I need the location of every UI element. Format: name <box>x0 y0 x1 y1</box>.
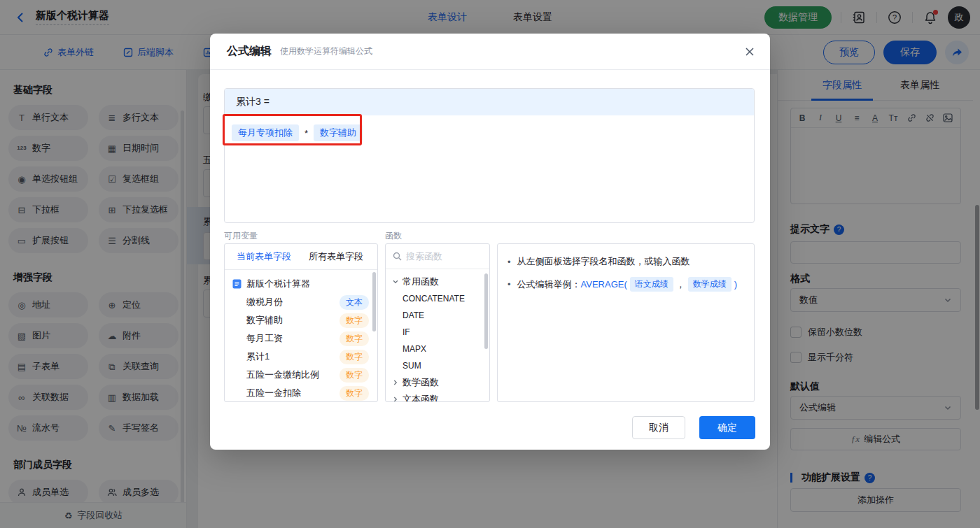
type-badge-number: 数字 <box>340 350 369 364</box>
modal-header: 公式编辑 使用数学运算符编辑公式 <box>210 34 770 70</box>
help-text: 从左侧面板选择字段名和函数，或输入函数 <box>517 255 690 268</box>
variables-section-label: 可用变量 <box>224 230 258 242</box>
help-example-close-paren: ) <box>734 279 737 290</box>
help-example-comma: ， <box>676 278 685 291</box>
variable-item[interactable]: 缴税月份文本 <box>225 293 377 311</box>
modal-subtitle: 使用数学运算符编辑公式 <box>280 45 372 57</box>
variable-item[interactable]: 五险一金扣除数字 <box>225 384 377 402</box>
function-group-math[interactable]: 数学函数 <box>386 374 489 391</box>
function-group-common[interactable]: 常用函数 <box>386 273 489 290</box>
chevron-right-icon <box>391 379 399 386</box>
variable-name: 缴税月份 <box>246 296 283 308</box>
formula-expression[interactable]: 每月专项扣除 * 数字辅助 <box>225 115 754 150</box>
variable-item[interactable]: 每月工资数字 <box>225 329 377 348</box>
type-badge-number: 数字 <box>340 368 369 383</box>
variables-scrollbar[interactable] <box>372 272 376 331</box>
help-example-prefix: 公式编辑举例： <box>517 278 581 291</box>
function-item[interactable]: SUM <box>386 357 489 374</box>
variables-tabs: 当前表单字段 所有表单字段 <box>225 244 377 270</box>
formula-operator: * <box>304 128 308 138</box>
formula-target-text: 累计3 = <box>236 96 270 108</box>
help-line-2: • 公式编辑举例： AVERAGE( 语文成绩 ， 数学成绩 ) <box>507 277 744 292</box>
formula-editor-modal: 公式编辑 使用数学运算符编辑公式 累计3 = 每月专项扣除 * 数字辅助 可用变… <box>210 34 770 450</box>
function-group-text[interactable]: 文本函数 <box>386 391 489 402</box>
function-item[interactable]: IF <box>386 324 489 341</box>
functions-panel: 常用函数 CONCATENATE DATE IF MAPX SUM 数学函数 文… <box>385 243 490 402</box>
function-group-label: 数学函数 <box>402 376 439 389</box>
variables-root-label: 新版个税计算器 <box>246 278 310 290</box>
chevron-right-icon <box>391 396 399 402</box>
formula-help-panel: • 从左侧面板选择字段名和函数，或输入函数 • 公式编辑举例： AVERAGE(… <box>497 243 755 402</box>
cancel-button[interactable]: 取消 <box>632 416 685 439</box>
bullet-icon: • <box>507 257 511 267</box>
search-icon <box>393 252 402 261</box>
variable-name: 五险一金扣除 <box>246 387 301 399</box>
variable-item[interactable]: 数字辅助数字 <box>225 311 377 329</box>
modal-title: 公式编辑 <box>227 44 272 59</box>
confirm-button[interactable]: 确定 <box>699 416 755 439</box>
variables-root-node[interactable]: 新版个税计算器 <box>225 275 377 293</box>
functions-section-label: 函数 <box>385 230 402 242</box>
variable-item[interactable]: 五险一金缴纳比例数字 <box>225 366 377 384</box>
type-badge-number: 数字 <box>340 313 369 328</box>
variable-name: 五险一金缴纳比例 <box>246 369 319 381</box>
help-example-field-tag: 语文成绩 <box>630 277 673 292</box>
help-example-function: AVERAGE( <box>581 279 627 290</box>
formula-input-area[interactable]: 累计3 = 每月专项扣除 * 数字辅助 <box>224 88 755 223</box>
variable-item[interactable]: 累计1数字 <box>225 348 377 366</box>
chevron-down-icon <box>391 278 399 285</box>
type-badge-number: 数字 <box>340 386 369 401</box>
variable-name: 每月工资 <box>246 332 283 345</box>
formula-field-tag[interactable]: 数字辅助 <box>314 124 363 141</box>
type-badge-number: 数字 <box>340 331 369 346</box>
formula-target: 累计3 = <box>225 89 754 115</box>
variables-list: 新版个税计算器 缴税月份文本 数字辅助数字 每月工资数字 累计1数字 五险一金缴… <box>225 270 377 402</box>
functions-list: 常用函数 CONCATENATE DATE IF MAPX SUM 数学函数 文… <box>386 269 489 402</box>
form-doc-icon <box>232 279 241 289</box>
variable-name: 数字辅助 <box>246 314 283 327</box>
tab-all-form-fields[interactable]: 所有表单字段 <box>309 250 363 263</box>
variable-name: 累计1 <box>246 350 270 363</box>
formula-field-tag[interactable]: 每月专项扣除 <box>232 124 299 141</box>
help-example-field-tag: 数学成绩 <box>688 277 732 292</box>
functions-scrollbar[interactable] <box>484 273 488 349</box>
variables-panel: 当前表单字段 所有表单字段 新版个税计算器 缴税月份文本 数字辅助数字 每月工资… <box>224 243 378 402</box>
function-group-label: 常用函数 <box>402 276 439 288</box>
function-group-label: 文本函数 <box>402 393 439 402</box>
function-item[interactable]: CONCATENATE <box>386 290 489 307</box>
function-search[interactable] <box>386 244 489 269</box>
type-badge-text: 文本 <box>340 295 369 310</box>
help-line-1: • 从左侧面板选择字段名和函数，或输入函数 <box>507 255 744 268</box>
function-search-input[interactable] <box>406 251 476 262</box>
close-icon[interactable] <box>745 47 755 57</box>
tab-current-form-fields[interactable]: 当前表单字段 <box>237 250 291 263</box>
bullet-icon: • <box>507 279 511 290</box>
function-item[interactable]: DATE <box>386 307 489 324</box>
function-item[interactable]: MAPX <box>386 341 489 357</box>
